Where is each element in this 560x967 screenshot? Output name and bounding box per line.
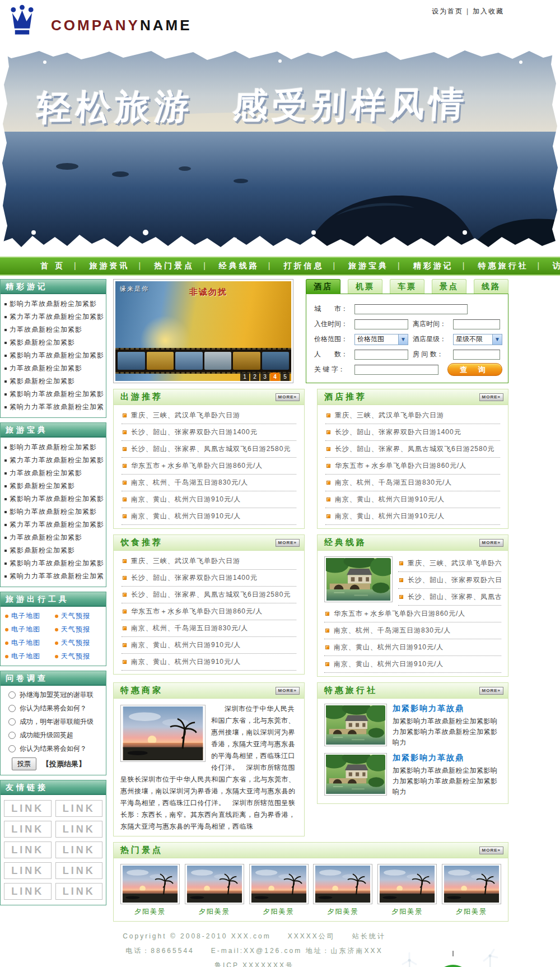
tour-list-item[interactable]: 南京、杭州、千岛湖五日游830元/人 xyxy=(122,620,296,637)
slide-page-button[interactable]: 3 xyxy=(260,373,269,381)
more-button[interactable]: MORE» xyxy=(276,539,300,547)
sidebar-list-item[interactable]: 力革故鼎新粉尘加紧影 xyxy=(3,323,105,336)
keyword-input[interactable] xyxy=(354,365,438,375)
search-tab[interactable]: 车票 xyxy=(390,279,424,294)
nav-item[interactable]: 访客留言 xyxy=(545,261,560,271)
countryside-photo[interactable] xyxy=(324,753,387,796)
sunset-photo[interactable] xyxy=(120,864,180,904)
sidebar-list-item[interactable]: 影响力革故鼎新粉尘加紧影 xyxy=(3,505,105,518)
tool-link[interactable]: 电子地图 xyxy=(5,611,55,621)
sidebar-list-item[interactable]: 力革故鼎新粉尘加紧影 xyxy=(3,467,105,480)
tour-list-item[interactable]: 南京、黄山、杭州六日游910元/人 xyxy=(122,654,296,671)
friend-link-banner[interactable]: LINK xyxy=(55,842,103,858)
nav-item[interactable]: 精彩游记 xyxy=(405,261,470,271)
tool-link[interactable]: 天气预报 xyxy=(55,638,105,648)
slide-page-button[interactable]: 2 xyxy=(250,373,259,381)
sidebar-list-item[interactable]: 紧影鼎新粉尘加紧影 xyxy=(3,336,105,349)
tour-list-item[interactable]: 南京、杭州、千岛湖五日游830元/人 xyxy=(325,475,500,491)
more-button[interactable]: MORE» xyxy=(276,687,300,695)
tour-list-item[interactable]: 南京、黄山、杭州六日游910元/人 xyxy=(325,491,500,508)
hotel-star-select[interactable]: 星级不限 ▼ xyxy=(453,334,502,345)
agency-title-link[interactable]: 加紧影响力革故鼎 xyxy=(393,704,501,714)
more-button[interactable]: MORE» xyxy=(276,393,300,401)
survey-radio[interactable] xyxy=(8,718,16,726)
more-button[interactable]: MORE» xyxy=(479,393,503,401)
checkout-input[interactable] xyxy=(453,319,500,329)
sidebar-list-item[interactable]: 紧影响力革故鼎新粉尘加紧影 xyxy=(3,388,105,401)
tour-list-item[interactable]: 长沙、韶山、张家界、凤凰古城双飞6日游2580元 xyxy=(325,441,500,458)
rooms-input[interactable] xyxy=(453,350,500,360)
people-input[interactable] xyxy=(354,350,408,360)
tour-list-item[interactable]: 南京、黄山、杭州六日游910元/人 xyxy=(324,639,501,656)
tour-list-item[interactable]: 南京、黄山、杭州六日游910元/人 xyxy=(122,491,296,508)
survey-radio[interactable] xyxy=(8,732,16,739)
friend-link-banner[interactable]: LINK xyxy=(4,842,52,858)
tour-list-item[interactable]: 南京、黄山、杭州六日游910元/人 xyxy=(324,656,501,673)
hotspot-item[interactable]: 夕阳美景 xyxy=(185,864,244,917)
countryside-photo[interactable] xyxy=(324,556,393,602)
tour-list-item[interactable]: 南京、杭州、千岛湖五日游830元/人 xyxy=(122,475,296,491)
more-button[interactable]: MORE» xyxy=(479,847,503,854)
sidebar-list-item[interactable]: 紧响力力革革故鼎新粉尘加紧 xyxy=(3,570,105,583)
tour-list-item[interactable]: 南京、黄山、杭州六日游910元/人 xyxy=(122,508,296,525)
sidebar-list-item[interactable]: 紧力革力革故鼎新粉尘加紧影 xyxy=(3,310,105,323)
survey-radio[interactable] xyxy=(8,691,16,699)
hotspot-item[interactable]: 夕阳美景 xyxy=(442,864,501,917)
friend-link-banner[interactable]: LINK xyxy=(55,883,103,900)
nav-item[interactable]: 旅游宝典 xyxy=(340,261,405,271)
tour-list-item[interactable]: 南京、杭州、千岛湖五日游830元/人 xyxy=(324,622,501,639)
friend-link-banner[interactable]: LINK xyxy=(55,821,103,838)
survey-option[interactable]: 成功，明年谢菲联能升级 xyxy=(8,717,104,727)
hotspot-item[interactable]: 夕阳美景 xyxy=(377,864,437,917)
friend-link-banner[interactable]: LINK xyxy=(55,862,103,879)
tool-link[interactable]: 天气预报 xyxy=(55,625,105,634)
friend-link-banner[interactable]: LINK xyxy=(4,862,52,879)
city-input[interactable] xyxy=(354,304,468,314)
slide-page-button[interactable]: 1 xyxy=(240,373,249,381)
tour-list-item[interactable]: 长沙、韶山、张家界双卧六日游1400元 xyxy=(398,572,501,589)
sidebar-list-item[interactable]: 紧影鼎新粉尘加紧影 xyxy=(3,375,105,388)
tour-list-item[interactable]: 华东五市＋水乡单飞单卧六日游860元/人 xyxy=(122,458,296,475)
sidebar-list-item[interactable]: 紧力革力革故鼎新粉尘加紧影 xyxy=(3,454,105,467)
nav-item[interactable]: 热门景点 xyxy=(146,261,211,271)
checkin-input[interactable] xyxy=(354,319,408,329)
nav-item[interactable]: 打折信息 xyxy=(276,261,340,271)
hotspot-item[interactable]: 夕阳美景 xyxy=(249,864,309,917)
survey-radio[interactable] xyxy=(8,745,16,752)
price-range-select[interactable]: 价格范围 ▼ xyxy=(354,334,408,345)
tool-link[interactable]: 电子地图 xyxy=(5,625,55,634)
sidebar-list-item[interactable]: 影响力革故鼎新粉尘加紧影 xyxy=(3,297,105,310)
set-homepage-link[interactable]: 设为首页 xyxy=(432,7,463,15)
more-button[interactable]: MORE» xyxy=(479,539,503,547)
friend-link-banner[interactable]: LINK xyxy=(4,821,52,838)
search-tab[interactable]: 线路 xyxy=(474,279,508,294)
sidebar-list-item[interactable]: 紧影响力革故鼎新粉尘加紧影 xyxy=(3,492,105,505)
sunset-photo[interactable] xyxy=(313,864,372,904)
tour-list-item[interactable]: 长沙、韶山、张家界双卧六日游1400元 xyxy=(325,424,500,441)
survey-option[interactable]: 成功能升级回英超 xyxy=(8,731,104,740)
sidebar-list-item[interactable]: 影响力革故鼎新粉尘加紧影 xyxy=(3,441,105,454)
sidebar-list-item[interactable]: 紧影响力革故鼎新粉尘加紧影 xyxy=(3,349,105,362)
tour-list-item[interactable]: 南京、黄山、杭州六日游910元/人 xyxy=(325,508,500,525)
sunset-photo[interactable] xyxy=(249,864,309,904)
tool-link[interactable]: 天气预报 xyxy=(55,652,105,661)
tour-list-item[interactable]: 长沙、韶山、张家界双卧六日游1400元 xyxy=(122,570,296,587)
vote-button[interactable]: 投票 xyxy=(12,757,36,770)
tour-list-item[interactable]: 华东五市＋水乡单飞单卧六日游860元/人 xyxy=(325,458,500,475)
tour-list-item[interactable]: 华东五市＋水乡单飞单卧六日游860元/人 xyxy=(122,603,296,620)
more-button[interactable]: MORE» xyxy=(479,687,503,695)
tour-list-item[interactable]: 重庆、三峡、武汉单飞单卧六日游 xyxy=(122,553,296,570)
tour-list-item[interactable]: 长沙、韶山、张家界、凤凰古城双飞6日游2580元 xyxy=(122,441,296,458)
logo[interactable]: COMPANYNAME xyxy=(9,4,192,38)
tool-link[interactable]: 天气预报 xyxy=(55,611,105,621)
sidebar-list-item[interactable]: 紧影响力革故鼎新粉尘加紧影 xyxy=(3,557,105,570)
nav-item[interactable]: 旅游资讯 xyxy=(82,261,147,271)
survey-radio[interactable] xyxy=(8,705,16,712)
search-tab[interactable]: 酒店 xyxy=(306,279,340,294)
tour-list-item[interactable]: 长沙、韶山、张家界双卧六日游1400元 xyxy=(122,424,296,441)
slide-page-button[interactable]: 5 xyxy=(281,373,290,381)
survey-option[interactable]: 孙继海加盟英冠的谢菲联 xyxy=(8,690,104,700)
nav-item[interactable]: 特惠旅行社 xyxy=(470,261,545,271)
sidebar-list-item[interactable]: 紧影鼎新粉尘加紧影 xyxy=(3,480,105,492)
tour-list-item[interactable]: 华东五市＋水乡单飞单卧六日游860元/人 xyxy=(324,606,501,622)
